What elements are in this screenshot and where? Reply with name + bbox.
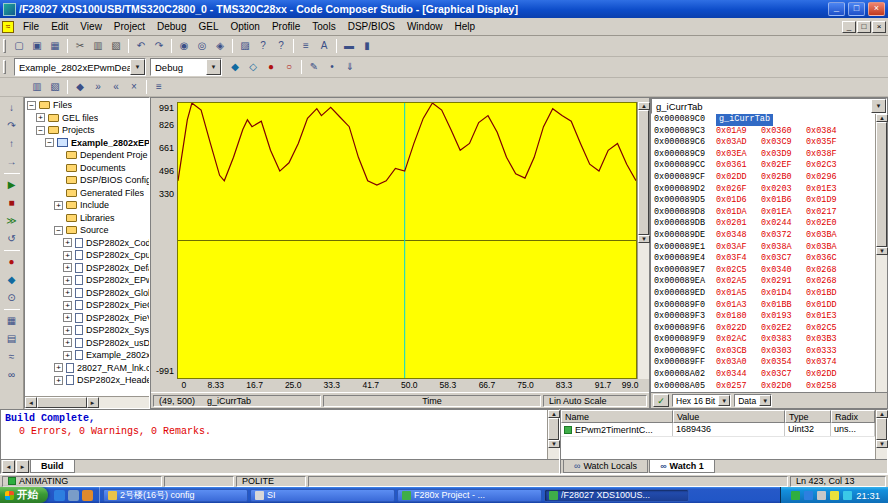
watch-scrollbar[interactable] <box>875 410 887 459</box>
open-file-icon[interactable]: ▣ <box>28 38 46 55</box>
scroll-up-button[interactable] <box>638 102 650 110</box>
taskbar-item[interactable]: F280x Project - ... <box>397 489 542 502</box>
project-horizontal-scrollbar[interactable] <box>25 396 149 408</box>
menu-project[interactable]: Project <box>108 19 151 34</box>
step-over-icon[interactable]: ↷ <box>2 117 22 135</box>
tree-expander-icon[interactable]: + <box>36 113 45 122</box>
scroll-up-button[interactable] <box>548 410 560 418</box>
menu-tools[interactable]: Tools <box>306 19 341 34</box>
watch-window-icon[interactable]: ∞ <box>2 366 22 384</box>
copy-icon[interactable]: ▥ <box>89 38 107 55</box>
tree-item[interactable]: +28027_RAM_lnk.c <box>25 362 149 375</box>
tree-expander-icon[interactable]: + <box>63 326 72 335</box>
tile-horizontal-icon[interactable]: ▬ <box>340 38 358 55</box>
menu-view[interactable]: View <box>74 19 108 34</box>
copy-special-icon[interactable]: ▥ <box>28 79 46 96</box>
toggle-bookmark-icon[interactable]: ◆ <box>71 79 89 96</box>
graph-window-icon[interactable]: ≈ <box>2 348 22 366</box>
chevron-down-icon[interactable] <box>206 59 221 75</box>
toggle-probe-icon[interactable]: ◆ <box>226 59 244 76</box>
previous-bookmark-icon[interactable]: « <box>107 79 125 96</box>
toggle-breakpoint-icon[interactable]: ● <box>2 253 22 271</box>
tree-item[interactable]: Dependent Proje <box>25 149 149 162</box>
register-window-icon[interactable]: ▤ <box>2 330 22 348</box>
view-mixed-icon[interactable]: ≡ <box>297 38 315 55</box>
redo-icon[interactable]: ↷ <box>150 38 168 55</box>
tree-item[interactable]: Generated Files <box>25 187 149 200</box>
tree-expander-icon[interactable]: − <box>54 226 63 235</box>
child-close-button[interactable] <box>872 21 886 33</box>
tree-item[interactable]: Libraries <box>25 212 149 225</box>
media-player-icon[interactable] <box>82 490 93 501</box>
find-in-files-icon[interactable]: ◈ <box>211 38 229 55</box>
tree-item[interactable]: +DSP2802x_Glob <box>25 287 149 300</box>
tree-item[interactable]: Documents <box>25 162 149 175</box>
scroll-up-button[interactable] <box>876 114 888 122</box>
scroll-down-button[interactable] <box>638 235 650 243</box>
tree-expander-icon[interactable]: + <box>63 263 72 272</box>
internet-explorer-icon[interactable] <box>54 490 65 501</box>
tree-expander-icon[interactable]: − <box>27 101 36 110</box>
mode-combo[interactable]: Data <box>734 394 772 407</box>
start-button[interactable]: 开始 <box>0 487 48 503</box>
tree-expander-icon[interactable]: + <box>54 201 63 210</box>
tree-item[interactable]: +DSP2802x_PieV <box>25 312 149 325</box>
tree-expander-icon[interactable]: − <box>45 138 54 147</box>
tree-item[interactable]: −Example_2802xEPw <box>25 137 149 150</box>
toggle-breakpoint-icon[interactable]: ● <box>262 59 280 76</box>
tree-item[interactable]: +DSP2802x_PieC <box>25 299 149 312</box>
tab-watch-1[interactable]: Watch 1 <box>649 460 715 473</box>
watch-column-radix[interactable]: Radix <box>831 410 875 423</box>
graph-vertical-scrollbar[interactable] <box>637 102 649 379</box>
plot-area[interactable] <box>177 102 637 379</box>
format-combo[interactable]: Hex 16 Bit <box>672 394 731 407</box>
scroll-down-button[interactable] <box>876 247 888 255</box>
tree-expander-icon[interactable]: + <box>63 351 72 360</box>
tree-item[interactable]: +GEL files <box>25 112 149 125</box>
restart-icon[interactable]: ↺ <box>2 230 22 248</box>
tab-build[interactable]: Build <box>30 460 75 473</box>
menu-help[interactable]: Help <box>448 19 481 34</box>
tab-scroll-left-button[interactable] <box>2 460 15 473</box>
tree-expander-icon[interactable]: + <box>63 288 72 297</box>
toggle-probe-icon[interactable]: ◆ <box>2 271 22 289</box>
view-asm-icon[interactable]: A <box>315 38 333 55</box>
menu-option[interactable]: Option <box>224 19 265 34</box>
tree-expander-icon[interactable]: + <box>54 376 63 385</box>
memory-symbol[interactable]: g_iCurrTab <box>716 114 773 126</box>
find-icon[interactable]: ◉ <box>175 38 193 55</box>
minimize-button[interactable] <box>828 2 845 16</box>
watch-column-type[interactable]: Type <box>785 410 831 423</box>
chevron-down-icon[interactable] <box>759 395 771 406</box>
taskbar-item[interactable]: /F28027 XDS100US... <box>544 489 689 502</box>
messenger-icon[interactable] <box>804 491 813 500</box>
toolbar-grip[interactable] <box>3 60 6 74</box>
tree-expander-icon[interactable]: + <box>63 338 72 347</box>
configuration-combo[interactable]: Debug <box>150 58 222 76</box>
tree-item[interactable]: +DSP2802x_Defa <box>25 262 149 275</box>
tree-item[interactable]: −Projects <box>25 124 149 137</box>
run-to-cursor-icon[interactable]: → <box>2 153 22 171</box>
safety-shield-icon[interactable] <box>791 491 800 500</box>
watch-row[interactable]: EPwm2TimerIntC...1689436Uint32uns... <box>561 423 875 437</box>
save-icon[interactable]: ▦ <box>46 38 64 55</box>
scroll-right-button[interactable] <box>87 397 99 408</box>
find-next-icon[interactable]: ◎ <box>193 38 211 55</box>
taskbar-item[interactable]: SI <box>250 489 395 502</box>
tree-expander-icon[interactable]: + <box>63 276 72 285</box>
tile-vertical-icon[interactable]: ▮ <box>358 38 376 55</box>
scroll-up-button[interactable] <box>876 410 888 418</box>
properties-icon[interactable]: ≡ <box>150 79 168 96</box>
scroll-down-button[interactable] <box>876 440 888 448</box>
tree-item[interactable]: +Include <box>25 199 149 212</box>
pin-window-icon[interactable]: • <box>323 59 341 76</box>
toolbar-grip[interactable] <box>3 39 6 53</box>
tree-expander-icon[interactable]: − <box>36 126 45 135</box>
maximize-button[interactable] <box>848 2 865 16</box>
edit-variable-icon[interactable]: ✎ <box>305 59 323 76</box>
tab-scroll-right-button[interactable] <box>16 460 29 473</box>
chevron-down-icon[interactable] <box>130 59 145 75</box>
menu-window[interactable]: Window <box>401 19 449 34</box>
memory-scrollbar[interactable] <box>875 114 887 392</box>
help-icon[interactable]: ? <box>254 38 272 55</box>
